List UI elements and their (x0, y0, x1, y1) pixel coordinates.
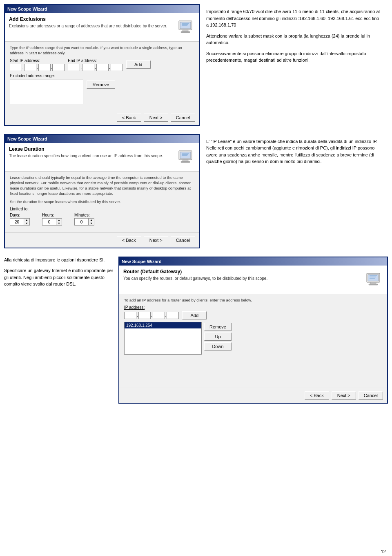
text1-para2: Attenzione variare la subnet mask con la… (206, 33, 382, 46)
text2-para1: L' "IP Lease" è un valore temporale che … (206, 138, 382, 165)
ip-label: IP address: (124, 305, 382, 310)
wizard1-back-button[interactable]: < Back (117, 114, 141, 122)
wizard3-add-button[interactable]: Add (182, 311, 207, 319)
days-down[interactable]: ▼ (24, 222, 29, 225)
minutes-up[interactable]: ▲ (89, 219, 94, 222)
svg-rect-15 (368, 275, 379, 281)
svg-rect-10 (181, 161, 190, 163)
gateway-ip-input1[interactable] (124, 312, 136, 319)
hours-up[interactable]: ▲ (56, 219, 62, 222)
wizard1-remove-button[interactable]: Remove (87, 80, 115, 89)
svg-rect-8 (180, 152, 191, 159)
end-ip-input4[interactable] (111, 64, 123, 71)
text-panel-2: L' "IP Lease" è un valore temporale che … (200, 134, 388, 248)
svg-rect-2 (183, 30, 188, 31)
start-ip-label: Start IP address: (10, 58, 65, 63)
wizard1-cancel-button[interactable]: Cancel (171, 114, 195, 122)
minutes-label: Minutes: (74, 213, 90, 217)
text-panel-1: Impostato il range 60/70 vuol dire che a… (200, 4, 388, 126)
excluded-list[interactable] (10, 80, 83, 104)
wizard3-header-desc: You can specify the routers, or default … (123, 276, 360, 281)
wizard2-header-title: Lease Duration (9, 146, 172, 152)
days-label: Days: (10, 213, 20, 217)
svg-rect-17 (369, 284, 378, 285)
wizard3-title: New Scope Wizard (122, 259, 162, 264)
wizard2-desc: Lease durations should typically be equa… (10, 175, 194, 196)
limited-label: Limited to: (10, 207, 194, 211)
excluded-label: Excluded address range: (10, 74, 194, 78)
wizard1-header-title: Add Exclusions (9, 16, 172, 22)
gateway-ip-input4[interactable] (167, 312, 179, 319)
start-ip-input1[interactable] (10, 64, 22, 71)
wizard3-dialog: New Scope Wizard Router (Default Gateway… (118, 257, 388, 404)
gateway-ip-input3[interactable] (153, 312, 165, 319)
gateway-list[interactable]: 192.168.1.254 (124, 322, 202, 355)
days-spinner[interactable]: 20 ▲ ▼ (10, 218, 30, 226)
wizard3-next-button[interactable]: Next > (332, 391, 356, 400)
wizard2-cancel-button[interactable]: Cancel (171, 236, 195, 244)
start-ip-input3[interactable] (38, 64, 51, 71)
text1-para3: Successivamente si possono eliminare gru… (206, 50, 382, 64)
wizard2-back-button[interactable]: < Back (117, 236, 141, 244)
wizard2-dialog: New Scope Wizard Lease Duration The leas… (4, 134, 200, 248)
svg-rect-9 (183, 160, 188, 161)
wizard3-cancel-button[interactable]: Cancel (359, 391, 383, 400)
wizard3-titlebar: New Scope Wizard (119, 257, 387, 266)
text1-para1: Impostato il range 60/70 vuol dire che a… (206, 8, 382, 29)
text-panel-3: Alla richiesta di impostare le opzioni r… (4, 257, 118, 292)
svg-rect-16 (370, 282, 376, 284)
wizard2-set-label: Set the duration for scope leases when d… (10, 199, 194, 204)
days-up[interactable]: ▲ (24, 219, 29, 222)
wizard1-icon (176, 16, 195, 36)
page-number: 12 (381, 549, 386, 554)
end-ip-label: End IP address: (68, 58, 122, 63)
svg-rect-1 (180, 22, 191, 29)
wizard1-dialog: New Scope Wizard Add Exclusions Exclusio… (4, 4, 200, 126)
wizard3-up-button[interactable]: Up (204, 333, 232, 341)
hours-spinner[interactable]: 0 ▲ ▼ (42, 218, 62, 226)
text3-para2: Specificare un gateway Internet è molto … (4, 267, 114, 288)
minutes-spinner[interactable]: 0 ▲ ▼ (74, 218, 94, 226)
wizard1-add-button[interactable]: Add (126, 60, 151, 69)
wizard2-title: New Scope Wizard (7, 136, 47, 141)
wizard2-header-desc: The lease duration specifies how long a … (9, 153, 172, 159)
wizard2-titlebar: New Scope Wizard (5, 135, 199, 143)
start-ip-input4[interactable] (52, 64, 65, 71)
wizard3-instruction: To add an IP address for a router used b… (124, 297, 382, 303)
gateway-list-item[interactable]: 192.168.1.254 (125, 322, 201, 328)
end-ip-input2[interactable] (82, 64, 94, 71)
days-input[interactable]: 20 (10, 218, 24, 226)
end-ip-input3[interactable] (96, 64, 109, 71)
wizard1-titlebar: New Scope Wizard (5, 5, 199, 13)
gateway-ip-input2[interactable] (138, 312, 151, 319)
wizard3-back-button[interactable]: < Back (305, 391, 329, 400)
wizard3-remove-button[interactable]: Remove (204, 323, 232, 331)
end-ip-input1[interactable] (68, 64, 80, 71)
svg-rect-3 (181, 31, 190, 33)
wizard2-next-button[interactable]: Next > (144, 236, 168, 244)
wizard2-icon (176, 146, 195, 166)
start-ip-input2[interactable] (24, 64, 36, 71)
text3-para1: Alla richiesta di impostare le opzioni r… (4, 257, 114, 263)
wizard1-header-desc: Exclusions are addresses or a range of a… (9, 23, 172, 29)
wizard3-header-title: Router (Default Gateway) (123, 269, 360, 275)
wizard1-next-button[interactable]: Next > (144, 114, 168, 122)
minutes-input[interactable]: 0 (74, 218, 89, 226)
wizard3-down-button[interactable]: Down (204, 342, 232, 351)
hours-label: Hours: (42, 213, 54, 217)
hours-down[interactable]: ▼ (56, 222, 62, 225)
minutes-down[interactable]: ▼ (89, 222, 94, 225)
hours-input[interactable]: 0 (42, 218, 56, 226)
wizard1-type-label: Type the IP address range that you want … (10, 45, 194, 56)
wizard3-icon (363, 269, 383, 288)
wizard1-title: New Scope Wizard (7, 7, 47, 11)
